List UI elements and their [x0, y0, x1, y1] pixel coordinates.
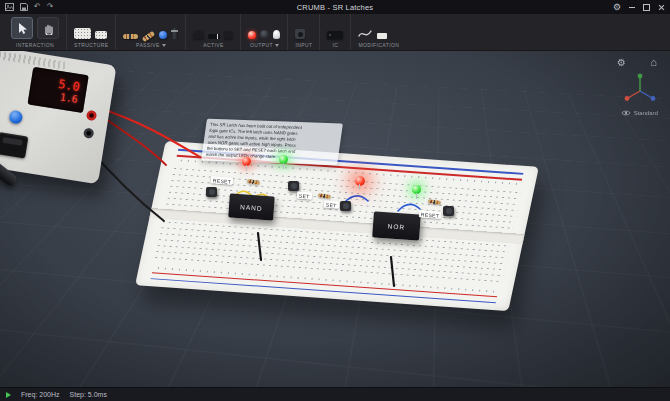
psu-positive-jack[interactable]: [86, 110, 97, 121]
power-supply[interactable]: 5.0 1.6: [0, 51, 138, 217]
electrolytic-capacitor-icon[interactable]: [171, 28, 178, 39]
viewport-3d[interactable]: 5.0 1.6 This SR Latch has been built out…: [0, 51, 670, 387]
screenshot-icon[interactable]: [5, 3, 14, 11]
led-red-nand: [242, 157, 251, 166]
group-label-passive: PASSIVE: [136, 42, 160, 48]
psu-negative-jack[interactable]: [83, 127, 94, 138]
nor-chip-label: NOR: [388, 222, 406, 230]
group-label-active: ACTIVE: [203, 42, 223, 48]
sim-step: Step: 5.0ms: [70, 391, 107, 398]
toolbar-group-modification: MODIFICATION: [351, 14, 406, 50]
resistor-icon[interactable]: [123, 34, 138, 39]
wire-icon[interactable]: [358, 27, 373, 39]
breadboard[interactable]: [135, 141, 539, 311]
led-red-nor: [355, 176, 365, 186]
window-title: CRUMB - SR Latches: [125, 3, 545, 12]
buzzer-icon[interactable]: [260, 30, 269, 39]
app-window: ↶ ↷ CRUMB - SR Latches ⚙ INTERACTION: [0, 0, 670, 401]
dropdown-caret-icon[interactable]: [275, 44, 279, 47]
resistor-angled-icon[interactable]: [142, 31, 156, 43]
group-label-interaction: INTERACTION: [16, 42, 54, 48]
maximize-button[interactable]: [643, 4, 650, 11]
view-mode-label: Standard: [634, 110, 658, 116]
toolbar-group-interaction: INTERACTION: [4, 14, 67, 50]
group-label-ic: IC: [333, 42, 339, 48]
toolbar-group-passive: PASSIVE: [116, 14, 186, 50]
viewport-settings-gear-icon[interactable]: ⚙: [617, 58, 626, 68]
select-tool-button[interactable]: [11, 17, 33, 39]
toolbar-group-output: OUTPUT: [241, 14, 288, 50]
led-green-nor: [412, 185, 421, 194]
group-label-input: INPUT: [295, 42, 312, 48]
save-icon[interactable]: [20, 3, 28, 11]
pushbutton-icon[interactable]: [295, 29, 305, 39]
transistor-icon[interactable]: [193, 30, 204, 39]
statusbar: Freq: 200Hz Step: 5.0ms: [0, 387, 670, 401]
titlebar: ↶ ↷ CRUMB - SR Latches ⚙: [0, 0, 670, 14]
minimize-button[interactable]: [629, 7, 635, 8]
bulb-icon[interactable]: [273, 30, 280, 39]
label-tag-icon[interactable]: [377, 33, 387, 39]
led-icon[interactable]: [248, 31, 256, 39]
breadboard-large-icon[interactable]: [74, 28, 91, 39]
component-toolbar: INTERACTION STRUCTURE PASSIVE: [0, 14, 670, 51]
ceramic-capacitor-icon[interactable]: [159, 31, 167, 39]
psu-display: 5.0 1.6: [27, 67, 88, 113]
group-label-structure: STRUCTURE: [74, 42, 108, 48]
play-button[interactable]: [6, 392, 11, 398]
pan-tool-button[interactable]: [37, 17, 59, 39]
led-green-nand: [279, 155, 288, 164]
tag-reset-nand: RESET: [211, 176, 234, 185]
sim-frequency: Freq: 200Hz: [21, 391, 60, 398]
hand-icon: [42, 22, 55, 35]
pushbutton-set-nor[interactable]: [340, 201, 351, 211]
psu-blue-button[interactable]: [8, 110, 23, 125]
psu-current-readout: 1.6: [59, 91, 79, 105]
pushbutton-set-nand[interactable]: [288, 181, 299, 191]
toolbar-group-structure: STRUCTURE: [67, 14, 116, 50]
pushbutton-reset-nor[interactable]: [443, 206, 454, 216]
tag-reset-nor: RESET: [419, 210, 442, 219]
settings-gear-icon[interactable]: ⚙: [613, 3, 621, 12]
toolbar-group-ic: IC: [320, 14, 351, 50]
view-mode-selector[interactable]: Standard: [621, 109, 658, 117]
regulator-icon[interactable]: [224, 31, 233, 39]
tag-set-nor: SET: [324, 200, 339, 208]
home-view-icon[interactable]: ⌂: [650, 57, 657, 68]
redo-icon[interactable]: ↷: [47, 3, 54, 11]
power-supply-body: 5.0 1.6: [0, 51, 117, 184]
group-label-output: OUTPUT: [250, 42, 273, 48]
group-label-modification: MODIFICATION: [358, 42, 399, 48]
axis-gizmo[interactable]: [622, 71, 658, 107]
undo-icon[interactable]: ↶: [34, 3, 41, 11]
nor-chip[interactable]: NOR: [372, 211, 421, 240]
close-button[interactable]: [658, 4, 665, 11]
toolbar-group-input: INPUT: [288, 14, 320, 50]
nand-chip[interactable]: NAND: [228, 193, 275, 220]
eye-icon: [621, 109, 631, 117]
diode-icon[interactable]: [208, 34, 220, 39]
cursor-icon: [16, 22, 29, 35]
toolbar-group-active: ACTIVE: [186, 14, 241, 50]
note-box[interactable]: This SR Latch has been built out of inde…: [201, 119, 343, 166]
dropdown-caret-icon[interactable]: [162, 44, 166, 47]
ic-chip-icon[interactable]: [327, 31, 343, 39]
pushbutton-reset-nand[interactable]: [206, 187, 217, 197]
breadboard-small-icon[interactable]: [95, 31, 107, 39]
psu-power-switch[interactable]: [0, 132, 28, 158]
tag-set-nand: SET: [297, 191, 312, 199]
nand-chip-label: NAND: [240, 203, 263, 212]
